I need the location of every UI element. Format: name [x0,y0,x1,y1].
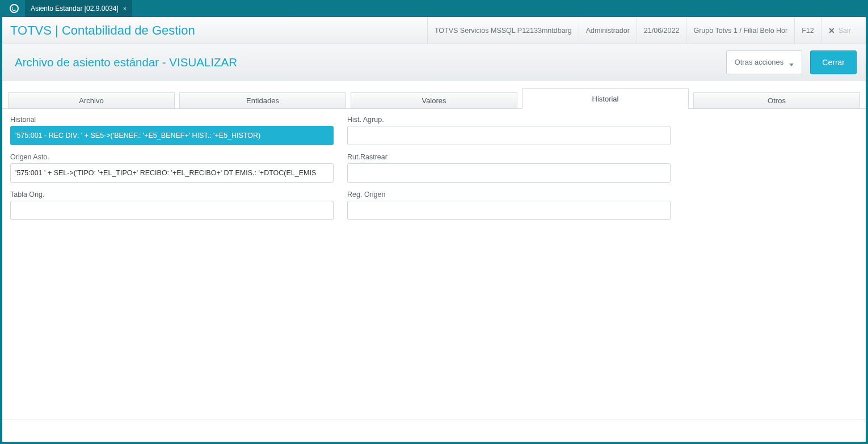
header-info-strip: TOTVS Servicios MSSQL P12133mntdbarg Adm… [427,17,858,44]
window-titlebar: Asiento Estandar [02.9.0034] × [0,0,868,17]
tabs-row: Archivo Entidades Valores Historial Otro… [2,81,866,109]
field-hist-agrup: Hist. Agrup. [347,116,671,145]
hotkey-label[interactable]: F12 [794,17,821,44]
input-reg-origen[interactable] [347,201,671,220]
field-reg-origen: Reg. Origen [347,191,671,220]
label-tabla-orig: Tabla Orig. [10,191,334,198]
app-title: TOTVS | Contabilidad de Gestion [10,23,195,38]
user-info: Administrador [579,17,637,44]
bottom-divider [2,420,866,420]
label-origen-asto: Origen Asto. [10,153,334,161]
tab-entidades[interactable]: Entidades [179,92,346,108]
input-historial[interactable] [10,126,334,145]
branch-info: Grupo Totvs 1 / Filial Belo Hor [686,17,794,44]
tab-historial[interactable]: Historial [522,88,689,109]
page-title: Archivo de asiento estándar - VISUALIZAR [15,56,237,69]
dropdown-caret-icon [789,64,794,66]
other-actions-label: Otras acciones [735,58,784,66]
tab-archivo[interactable]: Archivo [8,92,175,108]
tab-label: Entidades [246,96,279,105]
label-reg-origen: Reg. Origen [347,191,671,198]
tab-label: Historial [592,95,619,103]
window-tab[interactable]: Asiento Estandar [02.9.0034] × [25,0,132,17]
tab-label: Otros [768,96,786,105]
field-tabla-orig: Tabla Orig. [10,191,334,220]
window-tab-title: Asiento Estandar [02.9.0034] [31,5,119,12]
toolbar: Archivo de asiento estándar - VISUALIZAR… [2,44,866,81]
field-rut-rastrear: Rut.Rastrear [347,153,671,183]
close-icon: ✕ [828,26,835,35]
label-historial: Historial [10,116,334,124]
env-info: TOTVS Servicios MSSQL P12133mntdbarg [427,17,579,44]
close-button[interactable]: Cerrar [810,50,857,74]
input-rut-rastrear[interactable] [347,163,671,183]
app-icon-wrap [6,0,23,17]
app-header: TOTVS | Contabilidad de Gestion TOTVS Se… [2,17,866,44]
totvs-logo-icon [10,4,19,13]
input-origen-asto[interactable] [10,163,334,183]
input-tabla-orig[interactable] [10,201,334,220]
exit-label: Sair [838,27,851,35]
label-hist-agrup: Hist. Agrup. [347,116,671,124]
tab-valores[interactable]: Valores [351,92,517,108]
app-window: TOTVS | Contabilidad de Gestion TOTVS Se… [2,17,866,442]
exit-button[interactable]: ✕ Sair [821,17,858,44]
form-area: Historial Hist. Agrup. Origen Asto. Rut.… [2,109,866,227]
field-historial: Historial [10,116,334,145]
input-hist-agrup[interactable] [347,126,671,145]
label-rut-rastrear: Rut.Rastrear [347,153,671,161]
date-info: 21/06/2022 [637,17,686,44]
close-tab-icon[interactable]: × [123,5,127,12]
tab-label: Archivo [79,96,103,105]
field-origen-asto: Origen Asto. [10,153,334,183]
tab-label: Valores [422,96,446,105]
tab-otros[interactable]: Otros [693,92,860,108]
other-actions-button[interactable]: Otras acciones [726,50,803,74]
